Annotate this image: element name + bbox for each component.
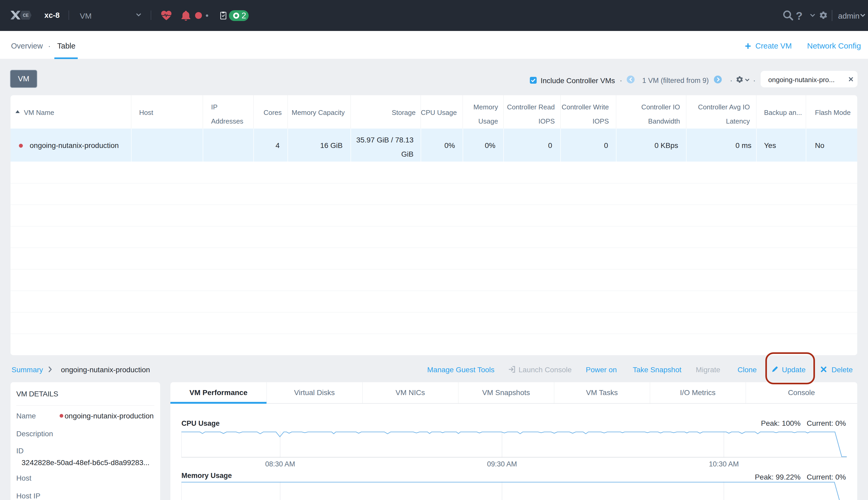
svg-text:CE: CE <box>23 13 29 18</box>
